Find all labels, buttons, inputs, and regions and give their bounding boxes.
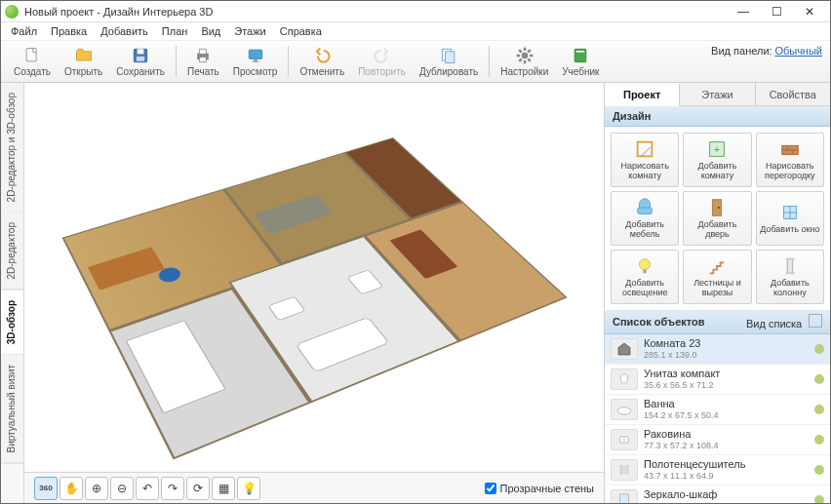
right-tab-1[interactable]: Этажи (680, 83, 755, 105)
svg-rect-11 (446, 52, 455, 63)
left-tab-1[interactable]: 2D-редактор (1, 213, 23, 291)
object-item-2[interactable]: Ванна154.2 x 67.5 x 50.4 (605, 395, 830, 425)
monitor-icon (246, 46, 265, 65)
nav-rotate-right-button[interactable]: ↷ (161, 477, 184, 500)
menu-6[interactable]: Справка (274, 23, 328, 39)
svg-point-32 (718, 207, 720, 209)
tool-armchair-button[interactable]: Добавить мебель (611, 191, 679, 246)
rail-icon (611, 459, 638, 481)
right-tab-2[interactable]: Свойства (756, 83, 830, 105)
svg-rect-30 (638, 208, 653, 213)
visibility-toggle-icon[interactable] (814, 374, 824, 384)
menu-1[interactable]: Правка (45, 23, 93, 39)
panel-view-link[interactable]: Обычный (774, 45, 822, 57)
object-info: Полотенцесушитель43.7 x 11.1 x 64.9 (644, 458, 809, 482)
toolbar-separator (288, 46, 289, 77)
toolbar-label: Печать (187, 66, 219, 77)
toolbar-book-button[interactable]: Учебник (555, 42, 606, 81)
object-item-5[interactable]: Зеркало-шкаф80.2 x 18.2 x 70.0 (605, 485, 830, 503)
toolbar-label: Настройки (500, 66, 548, 77)
menu-2[interactable]: Добавить (95, 23, 154, 39)
file-new-icon (22, 46, 42, 65)
object-dims: 77.3 x 57.2 x 108.4 (644, 441, 809, 451)
toolbar-disk-button[interactable]: Сохранить (109, 42, 172, 81)
svg-point-12 (521, 53, 528, 59)
nav-rotate-left-button[interactable]: ↶ (136, 477, 159, 500)
visibility-toggle-icon[interactable] (814, 465, 824, 475)
close-button[interactable]: ✕ (793, 2, 826, 21)
tool-label: Добавить освещение (613, 279, 676, 298)
stairs-icon (706, 255, 728, 277)
object-item-3[interactable]: Раковина77.3 x 57.2 x 108.4 (605, 425, 830, 455)
tool-bulb-button[interactable]: Добавить освещение (611, 250, 679, 304)
object-dims: 35.6 x 56.5 x 71.2 (644, 380, 809, 391)
svg-rect-23 (638, 142, 653, 157)
svg-text:+: + (715, 144, 721, 155)
tool-label: Нарисовать перегородку (759, 162, 821, 181)
toolbar-label: Открыть (64, 66, 102, 77)
nav-hand-button[interactable]: ✋ (59, 477, 83, 500)
canvas-toolbar: 360✋⊕⊖↶↷⟳▦💡 Прозрачные стены (24, 472, 604, 503)
svg-rect-7 (249, 50, 261, 58)
menu-4[interactable]: Вид (195, 23, 226, 39)
tool-label: Добавить дверь (686, 220, 748, 240)
titlebar: Новый проект - Дизайн Интерьера 3D — ☐ ✕ (1, 1, 830, 22)
right-tab-0[interactable]: Проект (605, 84, 680, 106)
object-item-0[interactable]: Комната 23285.1 x 139.0 (605, 334, 830, 365)
toolbar-label: Учебник (562, 66, 599, 77)
redo-icon (373, 46, 392, 65)
menu-0[interactable]: Файл (5, 23, 43, 39)
object-info: Комната 23285.1 x 139.0 (644, 337, 809, 361)
svg-rect-3 (137, 57, 144, 61)
tool-draw-room-button[interactable]: Нарисовать комнату (611, 133, 679, 187)
toolbar-file-new-button[interactable]: Создать (7, 42, 58, 81)
toolbar-folder-open-button[interactable]: Открыть (58, 42, 109, 81)
nav-rotate-button[interactable]: ⟳ (186, 477, 210, 500)
toolbar-undo-button[interactable]: Отменить (293, 42, 351, 81)
toolbar-printer-button[interactable]: Печать (180, 42, 226, 81)
workspace: 2D-редактор и 3D-обзор2D-редактор3D-обзо… (1, 83, 830, 503)
minimize-button[interactable]: — (727, 2, 760, 21)
transparent-walls-checkbox[interactable]: Прозрачные стены (485, 483, 594, 494)
bulb-icon (634, 255, 655, 277)
menu-5[interactable]: Этажи (228, 23, 271, 39)
nav-light-button[interactable]: 💡 (237, 477, 260, 500)
menu-3[interactable]: План (156, 23, 194, 39)
svg-rect-22 (576, 51, 584, 53)
visibility-toggle-icon[interactable] (814, 435, 824, 445)
svg-rect-37 (643, 270, 647, 274)
object-item-4[interactable]: Полотенцесушитель43.7 x 11.1 x 64.9 (605, 455, 830, 485)
list-view-toggle[interactable]: Вид списка (746, 314, 822, 330)
object-item-1[interactable]: Унитаз компакт35.6 x 56.5 x 71.2 (605, 365, 830, 395)
svg-rect-8 (254, 59, 257, 61)
nav-zoom-out-button[interactable]: ⊖ (110, 477, 134, 500)
tool-wall-button[interactable]: Нарисовать перегородку (756, 133, 824, 187)
toolbar: СоздатьОткрытьСохранитьПечатьПросмотрОтм… (1, 40, 830, 83)
visibility-toggle-icon[interactable] (814, 344, 824, 354)
visibility-toggle-icon[interactable] (814, 405, 824, 414)
tool-stairs-button[interactable]: Лестницы и вырезы (683, 250, 751, 304)
toolbar-redo-button[interactable]: Повторить (351, 42, 413, 81)
svg-rect-38 (787, 259, 793, 274)
tool-door-button[interactable]: Добавить дверь (683, 191, 751, 246)
objects-section-header: Список объектов Вид списка (605, 310, 830, 334)
tool-window-button[interactable]: Добавить окно (756, 191, 824, 246)
toolbar-label: Повторить (358, 66, 406, 77)
nav-zoom-in-button[interactable]: ⊕ (85, 477, 108, 500)
transparent-walls-label: Прозрачные стены (500, 483, 594, 494)
left-tab-0[interactable]: 2D-редактор и 3D-обзор (1, 83, 23, 213)
nav-360-button[interactable]: 360 (34, 477, 58, 500)
transparent-walls-input[interactable] (485, 483, 496, 494)
toolbar-monitor-button[interactable]: Просмотр (226, 42, 285, 81)
left-tab-3[interactable]: Виртуальный визит (1, 355, 23, 464)
3d-viewport[interactable] (24, 83, 604, 472)
tool-add-room-button[interactable]: +Добавить комнату (683, 133, 751, 187)
toolbar-gear-button[interactable]: Настройки (494, 42, 555, 81)
tool-column-button[interactable]: Добавить колонну (756, 250, 824, 304)
left-tab-2[interactable]: 3D-обзор (1, 291, 23, 355)
nav-grid-button[interactable]: ▦ (212, 477, 235, 500)
maximize-button[interactable]: ☐ (760, 2, 793, 21)
visibility-toggle-icon[interactable] (814, 495, 824, 503)
toolbar-duplicate-button[interactable]: Дублировать (413, 42, 485, 81)
design-section-header: Дизайн (605, 106, 830, 127)
